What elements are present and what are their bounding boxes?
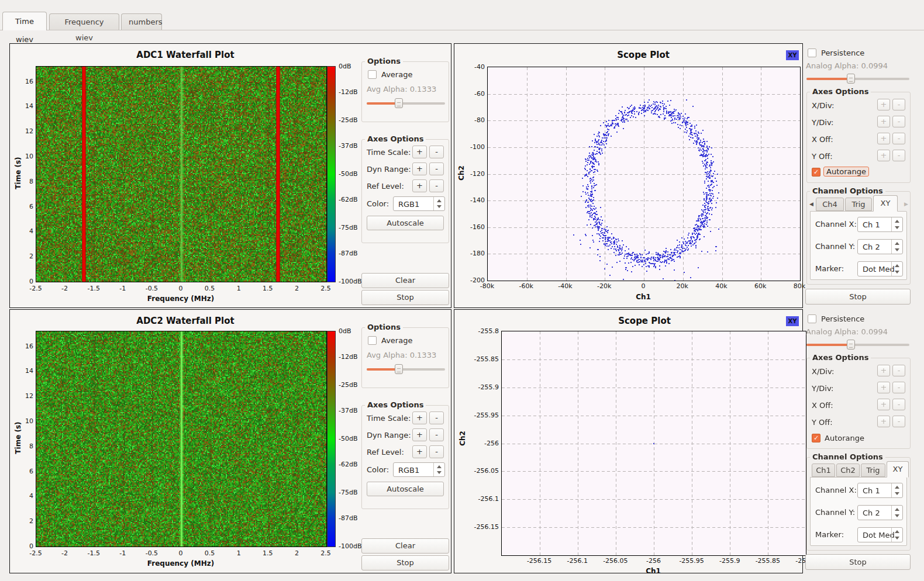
y-tick-label: -40 — [474, 63, 485, 71]
adc1-dyn-range-minus-button[interactable]: - — [429, 162, 444, 175]
adc2-time-scale-minus-button[interactable]: - — [429, 411, 444, 424]
scope1-ydiv-plus-button[interactable]: + — [877, 116, 890, 127]
scope1-channel-y-spin-arrows[interactable] — [891, 240, 902, 254]
scope1-marker-spinbox[interactable]: Dot Med — [857, 261, 903, 276]
scope1-xdiv-minus-button[interactable]: - — [892, 99, 905, 110]
adc1-avg-alpha-label: Avg Alpha: 0.1333 — [367, 85, 436, 94]
scope1-ydiv-minus-button[interactable]: - — [892, 116, 905, 127]
adc2-ref-level-plus-button[interactable]: + — [412, 445, 427, 458]
adc2-autoscale-button[interactable]: Autoscale — [367, 482, 444, 496]
scope1-channel-x-spin-arrows[interactable] — [891, 217, 902, 231]
adc1-clear-button[interactable]: Clear — [361, 273, 449, 288]
scope1-yoff-plus-button[interactable]: + — [877, 150, 890, 161]
scope1-autorange-checkbox[interactable]: ✓ — [812, 168, 820, 177]
scope2-persistence-checkbox[interactable] — [808, 314, 816, 323]
tab-frequency-view[interactable]: Frequency wiev — [49, 13, 119, 30]
scope2-stop-button[interactable]: Stop — [805, 554, 911, 570]
scope1-channel-tab-xy[interactable]: XY — [873, 195, 898, 212]
scope2-ydiv-plus-button[interactable]: + — [877, 382, 890, 393]
scope2-channel-tab-ch1[interactable]: Ch1 — [812, 464, 835, 477]
scope2-channel-x-spin-arrows[interactable] — [891, 483, 902, 497]
scope1-stop-button[interactable]: Stop — [805, 289, 911, 305]
scope2-xdiv-label: X/Div: — [812, 367, 834, 376]
scope2-xoff-minus-button[interactable]: - — [892, 399, 905, 410]
adc2-time-scale-plus-button[interactable]: + — [412, 411, 427, 424]
scope1-marker-spin-arrows[interactable] — [891, 262, 902, 276]
scope1-analog-alpha-slider[interactable] — [806, 74, 909, 84]
adc2-avg-alpha-slider[interactable] — [367, 364, 445, 374]
adc1-average-checkbox[interactable] — [368, 70, 377, 79]
scope1-xoff-plus-button[interactable]: + — [877, 133, 890, 144]
x-tick-label: -255.8 — [795, 557, 806, 565]
adc2-average-checkbox[interactable] — [368, 336, 377, 345]
scope2-ydiv-minus-button[interactable]: - — [892, 382, 905, 393]
scope2-channel-x-label: Channel X: — [815, 486, 857, 494]
scope1-canvas[interactable] — [487, 67, 801, 281]
scope2-yoff-plus-button[interactable]: + — [877, 416, 890, 427]
adc2-colorbar — [327, 331, 336, 547]
scope1-xoff-minus-button[interactable]: - — [892, 133, 905, 144]
scope2-analog-alpha-slider[interactable] — [806, 340, 909, 350]
scope2-xdiv-plus-button[interactable]: + — [877, 365, 890, 376]
scope2-xoff-plus-button[interactable]: + — [877, 399, 890, 410]
adc1-color-label: Color: — [367, 199, 389, 208]
scope2-autorange-checkbox[interactable]: ✓ — [812, 434, 820, 442]
adc1-time-scale-plus-button[interactable]: + — [412, 146, 427, 158]
scope2-autorange-label[interactable]: Autorange — [825, 434, 864, 442]
scope1-autorange-label[interactable]: Autorange — [823, 167, 869, 177]
adc1-ref-level-plus-button[interactable]: + — [412, 179, 427, 192]
scope1-tabs-scroll-right[interactable]: ▶ — [904, 201, 908, 207]
adc1-stop-button[interactable]: Stop — [361, 290, 449, 305]
scope2-canvas[interactable] — [501, 331, 806, 556]
scope1-yoff-label: Y Off: — [812, 152, 833, 161]
scope2-channel-tab-xy[interactable]: XY — [887, 461, 909, 478]
adc1-avg-alpha-slider[interactable] — [367, 98, 445, 108]
adc1-color-spin-arrows[interactable] — [433, 197, 444, 210]
adc1-dyn-range-label: Dyn Range: — [367, 165, 411, 174]
scope1-channel-tab-ch4[interactable]: Ch4 — [816, 198, 844, 211]
x-tick-label: 2.5 — [320, 549, 331, 557]
adc2-dyn-range-label: Dyn Range: — [367, 431, 411, 440]
adc1-ref-level-minus-button[interactable]: - — [429, 179, 444, 192]
scope2-channel-tab-ch2[interactable]: Ch2 — [836, 464, 860, 477]
adc1-time-scale-minus-button[interactable]: - — [429, 146, 444, 158]
adc2-x-axis-label: Frequency (MHz) — [36, 559, 326, 568]
scope2-marker-spinbox[interactable]: Dot Med — [857, 527, 903, 542]
scope2-xdiv-minus-button[interactable]: - — [892, 365, 905, 376]
adc2-stop-button[interactable]: Stop — [361, 555, 449, 570]
scope1-yoff-minus-button[interactable]: - — [892, 150, 905, 161]
adc2-dyn-range-plus-button[interactable]: + — [412, 428, 427, 441]
scope2-channel-tab-trig[interactable]: Trig — [861, 464, 885, 477]
tab-time-view[interactable]: Time wiev — [2, 12, 47, 30]
adc2-axes-options-group: Axes Options Time Scale: + - Dyn Range: … — [361, 405, 449, 509]
scope1-xdiv-label: X/Div: — [812, 101, 834, 110]
y-tick-label: 6 — [29, 467, 33, 475]
scope2-yoff-minus-button[interactable]: - — [892, 416, 905, 427]
scope2-marker-spin-arrows[interactable] — [891, 528, 902, 542]
tab-numbers[interactable]: numbers — [121, 13, 162, 30]
adc1-waterfall-canvas[interactable] — [36, 66, 327, 282]
scope2-channel-y-spinbox[interactable]: Ch 2 — [857, 505, 903, 520]
adc1-axes-options-title: Axes Options — [365, 134, 426, 143]
adc1-color-spinbox[interactable]: RGB1 — [393, 196, 445, 211]
scope2-controls: Persistence Analog Alpha: 0.0994 Axes Op… — [805, 309, 912, 573]
scope1-persistence-checkbox[interactable] — [808, 49, 816, 57]
scope1-channel-x-spinbox[interactable]: Ch 1 — [857, 217, 903, 232]
adc2-clear-button[interactable]: Clear — [361, 538, 449, 554]
adc2-waterfall-canvas[interactable] — [36, 331, 327, 547]
adc2-dyn-range-minus-button[interactable]: - — [429, 428, 444, 441]
adc1-dyn-range-plus-button[interactable]: + — [412, 162, 427, 175]
scope2-channel-x-spinbox[interactable]: Ch 1 — [857, 483, 903, 498]
scope1-channel-tab-trig[interactable]: Trig — [845, 198, 872, 211]
adc2-color-label: Color: — [367, 465, 389, 474]
scope2-channel-y-spin-arrows[interactable] — [891, 506, 902, 520]
adc2-color-spinbox[interactable]: RGB1 — [393, 462, 445, 477]
x-tick-label: 1 — [237, 285, 241, 292]
scope1-tabs-scroll-left[interactable]: ◀ — [809, 201, 813, 207]
adc1-autoscale-button[interactable]: Autoscale — [367, 216, 444, 230]
adc2-color-spin-arrows[interactable] — [433, 463, 444, 476]
x-tick-label: 0 — [179, 549, 183, 557]
adc2-ref-level-minus-button[interactable]: - — [429, 445, 444, 458]
scope1-channel-y-spinbox[interactable]: Ch 2 — [857, 239, 903, 254]
scope1-xdiv-plus-button[interactable]: + — [877, 99, 890, 110]
